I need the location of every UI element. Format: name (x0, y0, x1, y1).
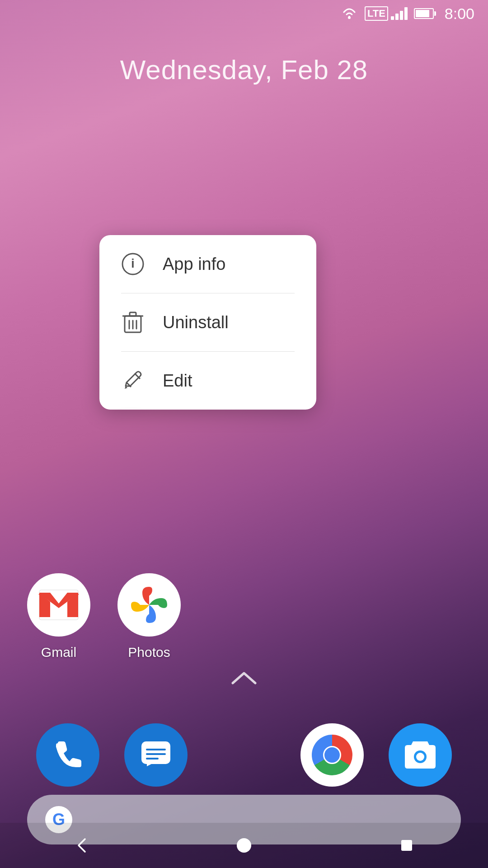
app-info-label: App info (163, 255, 225, 274)
signal-bars (391, 7, 408, 20)
context-menu: i App info Uninstall (99, 235, 316, 410)
info-circle-icon: i (121, 252, 145, 276)
date-display: Wednesday, Feb 28 (0, 54, 488, 85)
chrome-ring-inner (323, 746, 341, 764)
nav-recents-button[interactable] (393, 832, 420, 859)
chrome-ring-outer (312, 735, 352, 775)
trash-icon (121, 311, 145, 334)
menu-item-edit[interactable]: Edit (99, 352, 316, 410)
battery-icon (414, 8, 434, 19)
phone-dock-icon[interactable] (36, 723, 99, 787)
gmail-label: Gmail (41, 645, 76, 660)
svg-point-18 (237, 838, 251, 853)
wifi-icon (340, 6, 358, 21)
camera-dock-icon[interactable] (389, 723, 452, 787)
menu-item-app-info[interactable]: i App info (99, 235, 316, 293)
pencil-icon (121, 369, 145, 392)
photos-label: Photos (128, 645, 170, 660)
nav-bar (0, 823, 488, 868)
menu-item-uninstall[interactable]: Uninstall (99, 293, 316, 351)
dock (18, 723, 470, 787)
gmail-app[interactable]: Gmail (27, 573, 90, 660)
status-bar: LTE 8:00 (0, 0, 488, 27)
gmail-icon (27, 573, 90, 637)
svg-rect-19 (401, 840, 412, 851)
edit-label: Edit (163, 371, 192, 391)
uninstall-label: Uninstall (163, 313, 229, 332)
messages-dock-icon[interactable] (124, 723, 188, 787)
lte-signal: LTE (365, 6, 408, 21)
context-menu-tail (121, 409, 141, 410)
nav-home-button[interactable] (230, 832, 258, 859)
swipe-up-indicator[interactable] (230, 670, 258, 692)
home-apps: Gmail Photos (27, 573, 181, 660)
battery-fill (416, 10, 430, 17)
photos-app[interactable]: Photos (117, 573, 181, 660)
chrome-dock-icon[interactable] (300, 723, 364, 787)
svg-rect-12 (141, 741, 170, 764)
lte-icon: LTE (365, 6, 388, 21)
svg-point-0 (348, 16, 351, 19)
svg-text:i: i (131, 256, 135, 270)
nav-back-button[interactable] (68, 832, 95, 859)
svg-rect-5 (130, 312, 136, 316)
status-time: 8:00 (445, 5, 474, 23)
photos-icon (117, 573, 181, 637)
svg-point-17 (416, 753, 424, 761)
